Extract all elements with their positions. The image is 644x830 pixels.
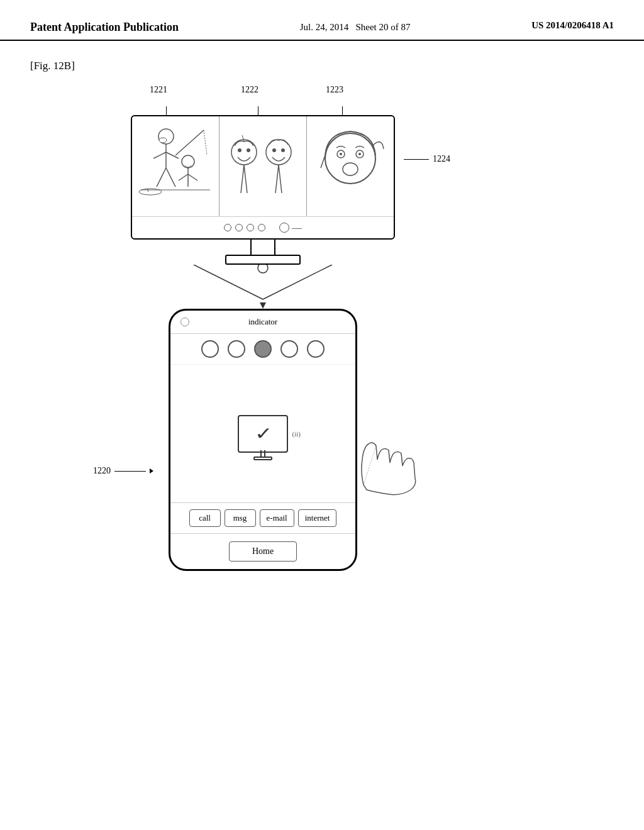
- figure-label: [Fig. 12B]: [30, 60, 614, 72]
- page-header: Patent Application Publication Jul. 24, …: [0, 0, 644, 41]
- svg-point-22: [281, 148, 285, 152]
- svg-line-2: [153, 152, 166, 158]
- svg-point-28: [343, 163, 358, 175]
- svg-line-34: [194, 265, 263, 299]
- ctrl-dot-2: [235, 224, 243, 231]
- ctrl-dash: —: [292, 222, 302, 233]
- svg-line-11: [188, 174, 197, 180]
- app-buttons-row[interactable]: call msg e-mail internet: [170, 503, 355, 534]
- date-sheet-info: Jul. 24, 2014 Sheet 20 of 87: [300, 20, 411, 35]
- svg-line-33: [321, 155, 325, 168]
- publication-date: Jul. 24, 2014: [300, 22, 349, 32]
- svg-point-37: [258, 265, 268, 273]
- svg-line-19: [242, 135, 244, 141]
- patent-number: US 2014/0206418 A1: [531, 20, 614, 31]
- main-content: [Fig. 12B] 1221 1222 1223: [0, 41, 644, 584]
- tv-label-ii: (ii): [292, 430, 301, 438]
- connection-arrows: [131, 265, 395, 309]
- ctrl-dot-4: [258, 224, 265, 231]
- svg-point-31: [340, 153, 342, 155]
- tv-stand-foot: [253, 456, 272, 460]
- tv-stand-neck: [260, 450, 265, 456]
- svg-line-10: [179, 174, 188, 180]
- tv-icon: ✓ (ii): [238, 415, 288, 453]
- hand-gesture: [357, 422, 426, 506]
- checkmark: ✓: [254, 423, 272, 444]
- dot-2: [228, 340, 245, 358]
- panel-1221: [132, 116, 219, 216]
- svg-point-17: [238, 148, 242, 152]
- monitor-screen: [132, 116, 394, 217]
- home-row: Home: [170, 534, 355, 569]
- tv-icon-stand: [253, 450, 272, 460]
- panel-1223: [307, 116, 394, 216]
- call-button[interactable]: call: [189, 509, 221, 527]
- phone-top-bar: indicator: [170, 311, 355, 334]
- phone-screen: ✓ (ii): [170, 365, 355, 503]
- label-1220: 1220: [93, 466, 153, 476]
- msg-button[interactable]: msg: [225, 509, 256, 527]
- svg-marker-36: [260, 302, 266, 309]
- svg-line-26: [279, 165, 282, 193]
- svg-line-7: [204, 130, 207, 155]
- indicator-label: indicator: [196, 317, 345, 327]
- smartphone: 1220 indicator: [169, 309, 357, 571]
- label-1223: 1223: [326, 85, 343, 95]
- phone-camera: [180, 318, 189, 326]
- svg-line-3: [166, 152, 179, 158]
- svg-line-4: [157, 168, 166, 187]
- svg-point-21: [272, 148, 276, 152]
- home-button[interactable]: Home: [229, 541, 297, 562]
- monitor-stand: [131, 240, 395, 265]
- svg-point-18: [247, 148, 250, 152]
- label-1221: 1221: [150, 85, 167, 95]
- panel-1222: [219, 116, 307, 216]
- label-1224: 1224: [404, 154, 450, 164]
- svg-point-12: [159, 138, 167, 143]
- phone-dots-row: [170, 334, 355, 365]
- email-button[interactable]: e-mail: [260, 509, 294, 527]
- svg-line-5: [166, 168, 175, 187]
- svg-point-8: [182, 155, 194, 168]
- svg-point-32: [358, 153, 361, 155]
- tv-monitor: — 1224: [131, 115, 395, 240]
- monitor-section: 1221 1222 1223: [131, 85, 395, 265]
- internet-button[interactable]: internet: [298, 509, 337, 527]
- svg-line-23: [241, 165, 244, 193]
- ctrl-dot-1: [224, 224, 231, 231]
- dot-1: [201, 340, 219, 358]
- ctrl-circle-power: [279, 223, 289, 233]
- svg-line-35: [263, 265, 332, 299]
- svg-line-24: [244, 165, 247, 193]
- phone-body: indicator ✓: [169, 309, 357, 571]
- monitor-neck: [250, 240, 275, 255]
- svg-line-6: [175, 130, 204, 155]
- publication-label: Patent Application Publication: [30, 20, 179, 35]
- svg-line-38: [364, 446, 376, 485]
- sheet-info: Sheet 20 of 87: [355, 22, 410, 32]
- monitor-foot: [225, 255, 301, 265]
- dot-5: [307, 340, 325, 358]
- svg-line-25: [275, 165, 279, 193]
- ctrl-dot-3: [247, 224, 254, 231]
- monitor-controls: —: [132, 217, 394, 238]
- dot-4: [280, 340, 298, 358]
- svg-point-27: [325, 133, 375, 184]
- dot-3-filled: [254, 340, 272, 358]
- label-1222: 1222: [241, 85, 258, 95]
